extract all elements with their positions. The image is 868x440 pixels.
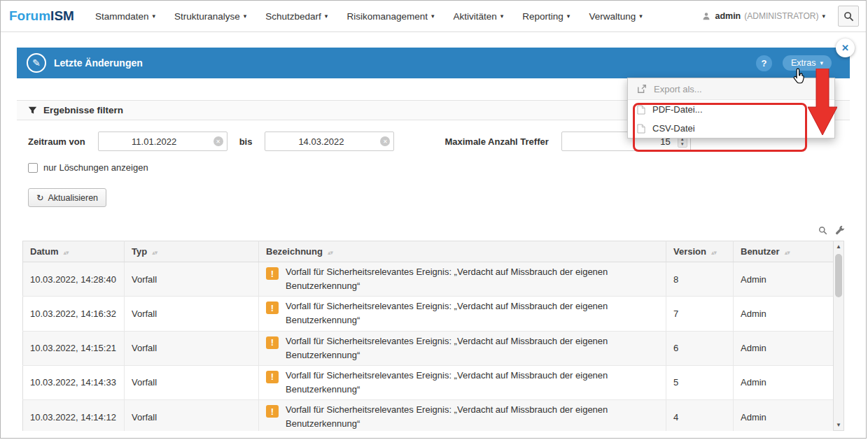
date-to-input[interactable] [265, 132, 394, 151]
nav-item-strukturanalyse[interactable]: Strukturanalyse▾ [174, 11, 246, 22]
vertical-scrollbar[interactable]: ▲ ▼ [833, 241, 844, 431]
filter-section-title: Ergebnisse filtern [43, 105, 123, 115]
nav-item-stammdaten[interactable]: Stammdaten▾ [95, 11, 155, 22]
cell-benutzer: Admin [734, 297, 834, 331]
help-button[interactable]: ? [756, 55, 772, 71]
nav-item-reporting[interactable]: Reporting▾ [522, 11, 570, 22]
cell-typ: Vorfall [125, 297, 259, 331]
nav-item-label: Schutzbedarf [265, 11, 321, 22]
refresh-label: Aktualisieren [48, 193, 98, 203]
menu-item-csv-datei[interactable]: CSV-Datei [628, 119, 834, 138]
bezeichnung-text: Vorfall für Sicherheitsrelevantes Ereign… [286, 334, 659, 362]
bezeichnung-text: Vorfall für Sicherheitsrelevantes Ereign… [286, 369, 659, 397]
pencil-glyph: ✎ [32, 57, 41, 69]
bezeichnung-text: Vorfall für Sicherheitsrelevantes Ereign… [286, 265, 659, 293]
clear-icon[interactable]: ✕ [214, 136, 223, 146]
panel-controls: ? Extras ▾ [756, 55, 832, 71]
brand-logo[interactable]: ForumISM [9, 8, 74, 24]
cell-bezeichnung: !Vorfall für Sicherheitsrelevantes Ereig… [259, 262, 666, 297]
search-icon [818, 226, 827, 235]
nav-item-risikomanagement[interactable]: Risikomanagement▾ [346, 11, 434, 22]
column-header-typ[interactable]: Typ▴▾ [125, 241, 259, 262]
nav-item-label: Verwaltung [589, 11, 636, 22]
pencil-icon: ✎ [27, 53, 46, 73]
results-table: Datum▴▾ Typ▴▾ Bezeichnung▴▾ Version▴▾ Be… [22, 241, 833, 431]
deletions-checkbox-row: nur Löschungen anzeigen [17, 162, 850, 173]
sort-icons[interactable]: ▴▾ [785, 249, 790, 256]
table-row[interactable]: 10.03.2022, 14:15:21 Vorfall !Vorfall fü… [23, 331, 834, 365]
cell-bezeichnung: !Vorfall für Sicherheitsrelevantes Ereig… [259, 365, 666, 399]
deletions-checkbox[interactable] [28, 163, 38, 173]
cell-datum: 10.03.2022, 14:15:21 [23, 331, 125, 365]
results-table-clip: Datum▴▾ Typ▴▾ Bezeichnung▴▾ Version▴▾ Be… [22, 241, 833, 431]
sort-icons[interactable]: ▴▾ [63, 249, 68, 256]
close-icon: ✕ [841, 43, 849, 53]
date-from-wrap: ✕ [98, 132, 227, 151]
warning-icon: ! [266, 301, 279, 314]
sort-icons[interactable]: ▴▾ [328, 249, 332, 256]
nav-item-label: Reporting [522, 11, 564, 22]
column-label: Bezeichnung [266, 246, 323, 257]
close-button[interactable]: ✕ [836, 38, 855, 57]
cell-version: 5 [666, 365, 734, 399]
nav-item-label: Stammdaten [95, 11, 149, 22]
nav-item-verwaltung[interactable]: Verwaltung▾ [589, 11, 642, 22]
column-header-benutzer[interactable]: Benutzer▴▾ [734, 241, 834, 262]
refresh-icon: ↻ [36, 192, 43, 203]
cell-bezeichnung: !Vorfall für Sicherheitsrelevantes Ereig… [259, 331, 666, 365]
scroll-up-icon[interactable]: ▲ [836, 243, 841, 250]
column-header-datum[interactable]: Datum▴▾ [23, 241, 125, 262]
chevron-down-icon: ▾ [822, 13, 825, 20]
nav-item-label: Risikomanagement [346, 11, 428, 22]
chevron-down-icon: ▾ [431, 13, 435, 20]
panel-header: ✎ Letzte Änderungen ? Extras ▾ ✕ [17, 48, 850, 78]
cell-version: 8 [666, 262, 734, 297]
extras-button[interactable]: Extras ▾ [783, 55, 832, 71]
extras-label: Extras [791, 58, 816, 68]
export-icon [637, 84, 647, 94]
column-label: Typ [132, 246, 147, 257]
table-search-button[interactable] [818, 226, 827, 235]
table-row[interactable]: 10.03.2022, 14:16:32 Vorfall !Vorfall fü… [23, 297, 834, 331]
sort-icons[interactable]: ▴▾ [711, 249, 716, 256]
cell-benutzer: Admin [734, 365, 834, 399]
chevron-down-icon: ▾ [639, 13, 643, 20]
dropdown-header-label: Export als... [654, 84, 702, 94]
cell-bezeichnung: !Vorfall für Sicherheitsrelevantes Ereig… [259, 400, 666, 431]
warning-icon: ! [266, 336, 279, 349]
brand-part-1: Forum [9, 8, 50, 23]
scroll-down-icon[interactable]: ▼ [836, 422, 841, 428]
column-header-bezeichnung[interactable]: Bezeichnung▴▾ [259, 241, 666, 262]
column-label: Datum [30, 246, 58, 257]
cell-version: 7 [666, 297, 734, 331]
refresh-button[interactable]: ↻ Aktualisieren [28, 188, 106, 207]
warning-icon: ! [266, 405, 279, 418]
wrench-icon [835, 225, 845, 235]
cell-benutzer: Admin [734, 400, 834, 431]
zeitraum-von-label: Zeitraum von [28, 136, 85, 147]
cell-bezeichnung: !Vorfall für Sicherheitsrelevantes Ereig… [259, 297, 666, 331]
table-row[interactable]: 10.03.2022, 14:28:40 Vorfall !Vorfall fü… [23, 262, 834, 297]
nav-item-schutzbedarf[interactable]: Schutzbedarf▾ [265, 11, 328, 22]
scrollbar-thumb[interactable] [835, 254, 842, 297]
sort-icons[interactable]: ▴▾ [152, 249, 157, 256]
column-header-version[interactable]: Version▴▾ [666, 241, 734, 262]
chevron-down-icon: ▾ [567, 13, 570, 20]
chevron-down-icon: ▾ [244, 13, 247, 20]
user-icon [702, 12, 710, 20]
date-from-input[interactable] [98, 132, 227, 151]
chevron-down-icon: ▾ [820, 59, 823, 66]
column-label: Version [673, 246, 706, 257]
warning-icon: ! [266, 371, 279, 383]
table-settings-button[interactable] [835, 225, 845, 235]
table-row[interactable]: 10.03.2022, 14:14:12 Vorfall !Vorfall fü… [23, 400, 834, 431]
cell-datum: 10.03.2022, 14:14:33 [23, 365, 125, 399]
menu-item-pdf-datei[interactable]: PDF-Datei... [628, 100, 834, 119]
cell-datum: 10.03.2022, 14:16:32 [23, 297, 125, 331]
navbar-right: admin (ADMINISTRATOR) ▾ [702, 6, 859, 27]
nav-item-aktivitaeten[interactable]: Aktivitäten▾ [453, 11, 503, 22]
table-row[interactable]: 10.03.2022, 14:14:33 Vorfall !Vorfall fü… [23, 365, 834, 399]
search-button[interactable] [838, 6, 859, 27]
results-table-zone: Datum▴▾ Typ▴▾ Bezeichnung▴▾ Version▴▾ Be… [22, 241, 844, 431]
user-menu[interactable]: admin (ADMINISTRATOR) ▾ [715, 11, 825, 21]
